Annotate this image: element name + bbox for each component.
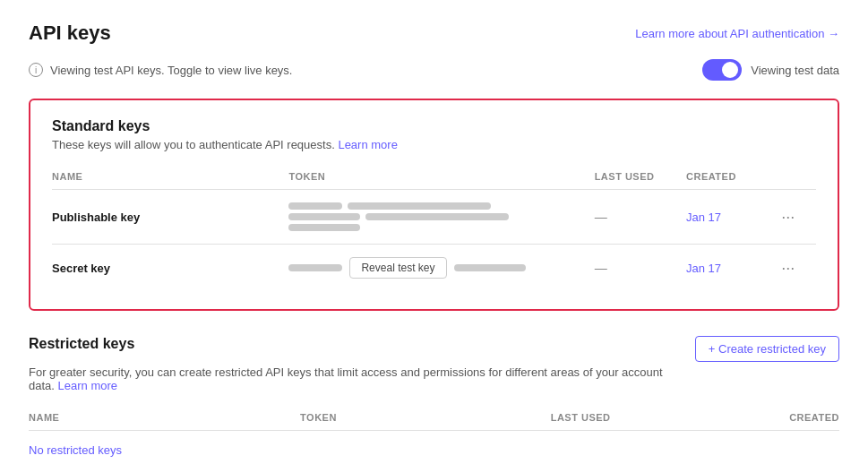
token-blur-4 <box>365 213 509 220</box>
table-row: No restricted keys <box>29 431 839 465</box>
token-row-1 <box>288 202 594 210</box>
secret-key-created: Jan 17 <box>686 245 778 292</box>
restricted-col-last-used: LAST USED <box>337 407 611 431</box>
reveal-test-key-button[interactable]: Reveal test key <box>349 257 446 279</box>
col-header-name: NAME <box>52 166 288 190</box>
table-row: Publishable key <box>52 190 816 245</box>
token-row-3 <box>288 224 594 231</box>
token-blur-1 <box>288 202 342 210</box>
toggle-right: Viewing test data <box>702 59 839 81</box>
restricted-keys-section: Restricted keys + Create restricted key … <box>29 336 839 464</box>
toggle-info: i Viewing test API keys. Toggle to view … <box>29 63 293 77</box>
learn-more-auth-link[interactable]: Learn more about API authentication → <box>635 27 839 40</box>
restricted-col-token: TOKEN <box>169 407 337 431</box>
col-header-actions <box>778 166 816 190</box>
publishable-key-name: Publishable key <box>52 211 140 224</box>
restricted-keys-table: NAME TOKEN LAST USED CREATED No restrict… <box>29 407 839 464</box>
secret-token-blur-1 <box>288 264 342 271</box>
create-restricted-key-button[interactable]: + Create restricted key <box>695 336 839 362</box>
publishable-key-created: Jan 17 <box>686 190 778 245</box>
restricted-keys-learn-more-link[interactable]: Learn more <box>58 379 117 392</box>
secret-key-last-used: — <box>595 245 686 292</box>
page-header: API keys Learn more about API authentica… <box>29 21 839 45</box>
secret-key-name: Secret key <box>52 262 110 275</box>
standard-keys-section: Standard keys These keys will allow you … <box>29 99 839 311</box>
secret-key-actions-button[interactable]: ··· <box>778 260 798 276</box>
publishable-key-actions-button[interactable]: ··· <box>778 209 798 225</box>
col-header-created: CREATED <box>686 166 778 190</box>
token-blur-2 <box>348 202 491 210</box>
publishable-key-token <box>288 202 594 231</box>
standard-keys-desc: These keys will allow you to authenticat… <box>52 138 816 151</box>
token-blur-3 <box>288 213 360 220</box>
secret-key-token-cell: Reveal test key <box>288 257 594 279</box>
token-blur-5 <box>288 224 360 231</box>
toggle-bar: i Viewing test API keys. Toggle to view … <box>29 59 839 81</box>
no-restricted-keys-message: No restricted keys <box>29 431 839 464</box>
token-row-2 <box>288 213 594 220</box>
restricted-keys-header-row: NAME TOKEN LAST USED CREATED <box>29 407 839 431</box>
standard-keys-title: Standard keys <box>52 118 816 134</box>
restricted-col-name: NAME <box>29 407 169 431</box>
standard-keys-desc-text: These keys will allow you to authenticat… <box>52 138 335 151</box>
toggle-info-text: Viewing test API keys. Toggle to view li… <box>50 64 293 77</box>
restricted-keys-desc: For greater security, you can create res… <box>29 365 674 392</box>
restricted-col-created: CREATED <box>611 407 839 431</box>
col-header-token: TOKEN <box>288 166 594 190</box>
standard-keys-table-header-row: NAME TOKEN LAST USED CREATED <box>52 166 816 190</box>
page-title: API keys <box>29 21 111 45</box>
restricted-keys-header-row: Restricted keys + Create restricted key <box>29 336 839 362</box>
toggle-label-text: Viewing test data <box>751 64 839 77</box>
standard-keys-learn-more-link[interactable]: Learn more <box>338 138 397 151</box>
standard-keys-table: NAME TOKEN LAST USED CREATED Publishable… <box>52 166 816 291</box>
table-row: Secret key Reveal test key — Jan 17 ··· <box>52 245 816 292</box>
secret-token-blur-2 <box>454 264 526 271</box>
publishable-key-last-used: — <box>595 190 686 245</box>
restricted-keys-title: Restricted keys <box>29 336 134 352</box>
col-header-last-used: LAST USED <box>595 166 686 190</box>
restricted-keys-title-area: Restricted keys <box>29 336 134 352</box>
info-icon: i <box>29 63 43 77</box>
restricted-keys-desc-text: For greater security, you can create res… <box>29 365 663 392</box>
test-live-toggle[interactable] <box>702 59 742 81</box>
